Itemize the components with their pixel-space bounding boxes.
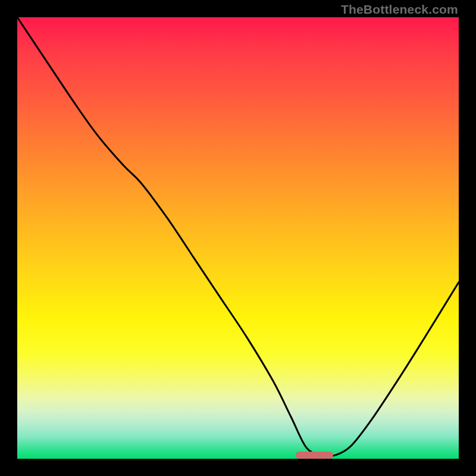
- watermark-text: TheBottleneck.com: [341, 2, 458, 17]
- optimal-range-marker: [296, 452, 333, 459]
- chart-frame: TheBottleneck.com: [0, 0, 476, 476]
- bottleneck-curve: [17, 17, 459, 459]
